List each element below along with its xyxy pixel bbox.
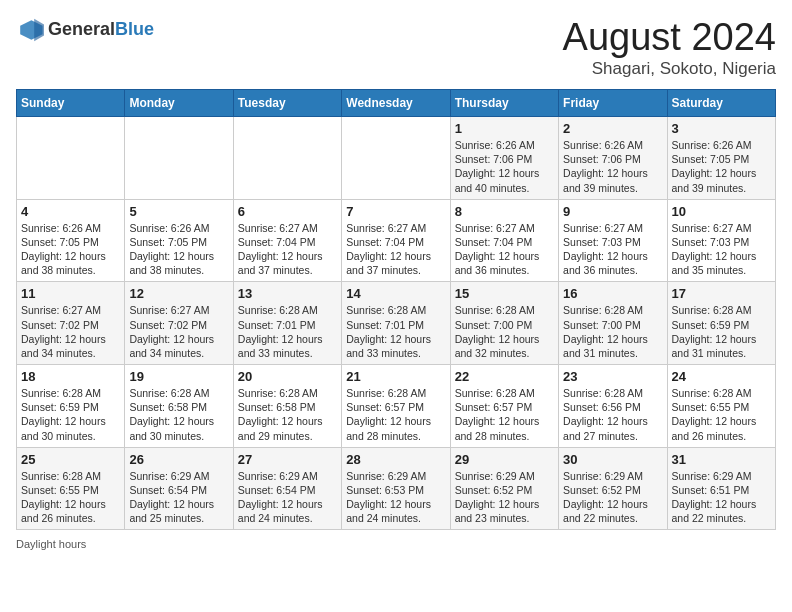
- day-info: Sunrise: 6:28 AMSunset: 6:58 PMDaylight:…: [129, 386, 228, 443]
- page-header: GeneralBlue August 2024 Shagari, Sokoto,…: [16, 16, 776, 79]
- calendar-cell: 3Sunrise: 6:26 AMSunset: 7:05 PMDaylight…: [667, 117, 775, 200]
- day-info: Sunrise: 6:29 AMSunset: 6:51 PMDaylight:…: [672, 469, 771, 526]
- calendar-cell: 25Sunrise: 6:28 AMSunset: 6:55 PMDayligh…: [17, 447, 125, 530]
- day-number: 27: [238, 452, 337, 467]
- weekday-header: Friday: [559, 90, 667, 117]
- calendar-cell: 11Sunrise: 6:27 AMSunset: 7:02 PMDayligh…: [17, 282, 125, 365]
- weekday-header: Saturday: [667, 90, 775, 117]
- logo: GeneralBlue: [16, 16, 154, 44]
- day-info: Sunrise: 6:27 AMSunset: 7:04 PMDaylight:…: [346, 221, 445, 278]
- calendar-cell: [125, 117, 233, 200]
- day-info: Sunrise: 6:26 AMSunset: 7:06 PMDaylight:…: [455, 138, 554, 195]
- day-number: 5: [129, 204, 228, 219]
- day-info: Sunrise: 6:28 AMSunset: 7:01 PMDaylight:…: [346, 303, 445, 360]
- calendar-cell: 9Sunrise: 6:27 AMSunset: 7:03 PMDaylight…: [559, 199, 667, 282]
- day-number: 28: [346, 452, 445, 467]
- weekday-header: Sunday: [17, 90, 125, 117]
- day-info: Sunrise: 6:28 AMSunset: 7:00 PMDaylight:…: [563, 303, 662, 360]
- day-number: 1: [455, 121, 554, 136]
- day-number: 8: [455, 204, 554, 219]
- calendar-cell: [17, 117, 125, 200]
- calendar-cell: 15Sunrise: 6:28 AMSunset: 7:00 PMDayligh…: [450, 282, 558, 365]
- day-number: 31: [672, 452, 771, 467]
- calendar-cell: 10Sunrise: 6:27 AMSunset: 7:03 PMDayligh…: [667, 199, 775, 282]
- calendar-cell: 20Sunrise: 6:28 AMSunset: 6:58 PMDayligh…: [233, 365, 341, 448]
- day-number: 12: [129, 286, 228, 301]
- day-info: Sunrise: 6:27 AMSunset: 7:03 PMDaylight:…: [672, 221, 771, 278]
- day-number: 10: [672, 204, 771, 219]
- calendar-cell: 13Sunrise: 6:28 AMSunset: 7:01 PMDayligh…: [233, 282, 341, 365]
- weekday-header: Monday: [125, 90, 233, 117]
- calendar-cell: 14Sunrise: 6:28 AMSunset: 7:01 PMDayligh…: [342, 282, 450, 365]
- day-info: Sunrise: 6:26 AMSunset: 7:05 PMDaylight:…: [21, 221, 120, 278]
- day-number: 6: [238, 204, 337, 219]
- calendar-cell: 17Sunrise: 6:28 AMSunset: 6:59 PMDayligh…: [667, 282, 775, 365]
- day-info: Sunrise: 6:29 AMSunset: 6:54 PMDaylight:…: [129, 469, 228, 526]
- calendar-cell: 30Sunrise: 6:29 AMSunset: 6:52 PMDayligh…: [559, 447, 667, 530]
- calendar-cell: 31Sunrise: 6:29 AMSunset: 6:51 PMDayligh…: [667, 447, 775, 530]
- logo-text: GeneralBlue: [48, 20, 154, 40]
- calendar-cell: 21Sunrise: 6:28 AMSunset: 6:57 PMDayligh…: [342, 365, 450, 448]
- calendar-cell: 29Sunrise: 6:29 AMSunset: 6:52 PMDayligh…: [450, 447, 558, 530]
- day-number: 9: [563, 204, 662, 219]
- day-number: 20: [238, 369, 337, 384]
- calendar-cell: 24Sunrise: 6:28 AMSunset: 6:55 PMDayligh…: [667, 365, 775, 448]
- day-number: 4: [21, 204, 120, 219]
- calendar-cell: [233, 117, 341, 200]
- day-number: 17: [672, 286, 771, 301]
- day-info: Sunrise: 6:27 AMSunset: 7:04 PMDaylight:…: [455, 221, 554, 278]
- calendar-cell: 2Sunrise: 6:26 AMSunset: 7:06 PMDaylight…: [559, 117, 667, 200]
- footer-note: Daylight hours: [16, 538, 776, 550]
- day-number: 24: [672, 369, 771, 384]
- day-number: 19: [129, 369, 228, 384]
- calendar-cell: 5Sunrise: 6:26 AMSunset: 7:05 PMDaylight…: [125, 199, 233, 282]
- day-number: 3: [672, 121, 771, 136]
- day-number: 18: [21, 369, 120, 384]
- day-info: Sunrise: 6:28 AMSunset: 7:01 PMDaylight:…: [238, 303, 337, 360]
- day-info: Sunrise: 6:28 AMSunset: 6:58 PMDaylight:…: [238, 386, 337, 443]
- day-info: Sunrise: 6:26 AMSunset: 7:05 PMDaylight:…: [129, 221, 228, 278]
- calendar-table: SundayMondayTuesdayWednesdayThursdayFrid…: [16, 89, 776, 530]
- day-info: Sunrise: 6:29 AMSunset: 6:52 PMDaylight:…: [563, 469, 662, 526]
- page-title: August 2024: [563, 16, 776, 59]
- day-number: 21: [346, 369, 445, 384]
- calendar-cell: 23Sunrise: 6:28 AMSunset: 6:56 PMDayligh…: [559, 365, 667, 448]
- day-info: Sunrise: 6:26 AMSunset: 7:06 PMDaylight:…: [563, 138, 662, 195]
- calendar-cell: 12Sunrise: 6:27 AMSunset: 7:02 PMDayligh…: [125, 282, 233, 365]
- day-number: 14: [346, 286, 445, 301]
- page-subtitle: Shagari, Sokoto, Nigeria: [563, 59, 776, 79]
- day-number: 16: [563, 286, 662, 301]
- day-number: 26: [129, 452, 228, 467]
- day-info: Sunrise: 6:26 AMSunset: 7:05 PMDaylight:…: [672, 138, 771, 195]
- calendar-cell: 8Sunrise: 6:27 AMSunset: 7:04 PMDaylight…: [450, 199, 558, 282]
- day-info: Sunrise: 6:27 AMSunset: 7:02 PMDaylight:…: [21, 303, 120, 360]
- calendar-cell: [342, 117, 450, 200]
- calendar-cell: 6Sunrise: 6:27 AMSunset: 7:04 PMDaylight…: [233, 199, 341, 282]
- calendar-cell: 16Sunrise: 6:28 AMSunset: 7:00 PMDayligh…: [559, 282, 667, 365]
- calendar-cell: 4Sunrise: 6:26 AMSunset: 7:05 PMDaylight…: [17, 199, 125, 282]
- calendar-cell: 27Sunrise: 6:29 AMSunset: 6:54 PMDayligh…: [233, 447, 341, 530]
- day-number: 13: [238, 286, 337, 301]
- day-number: 11: [21, 286, 120, 301]
- day-info: Sunrise: 6:29 AMSunset: 6:52 PMDaylight:…: [455, 469, 554, 526]
- day-number: 2: [563, 121, 662, 136]
- day-number: 23: [563, 369, 662, 384]
- calendar-header: SundayMondayTuesdayWednesdayThursdayFrid…: [17, 90, 776, 117]
- day-info: Sunrise: 6:28 AMSunset: 6:55 PMDaylight:…: [21, 469, 120, 526]
- calendar-cell: 7Sunrise: 6:27 AMSunset: 7:04 PMDaylight…: [342, 199, 450, 282]
- logo-general: General: [48, 20, 115, 40]
- calendar-cell: 26Sunrise: 6:29 AMSunset: 6:54 PMDayligh…: [125, 447, 233, 530]
- day-number: 30: [563, 452, 662, 467]
- day-info: Sunrise: 6:27 AMSunset: 7:02 PMDaylight:…: [129, 303, 228, 360]
- day-number: 15: [455, 286, 554, 301]
- day-info: Sunrise: 6:28 AMSunset: 6:59 PMDaylight:…: [21, 386, 120, 443]
- weekday-header: Thursday: [450, 90, 558, 117]
- day-info: Sunrise: 6:27 AMSunset: 7:03 PMDaylight:…: [563, 221, 662, 278]
- weekday-header: Wednesday: [342, 90, 450, 117]
- day-info: Sunrise: 6:29 AMSunset: 6:54 PMDaylight:…: [238, 469, 337, 526]
- day-number: 29: [455, 452, 554, 467]
- day-info: Sunrise: 6:28 AMSunset: 6:57 PMDaylight:…: [455, 386, 554, 443]
- day-number: 22: [455, 369, 554, 384]
- day-info: Sunrise: 6:28 AMSunset: 6:57 PMDaylight:…: [346, 386, 445, 443]
- day-number: 7: [346, 204, 445, 219]
